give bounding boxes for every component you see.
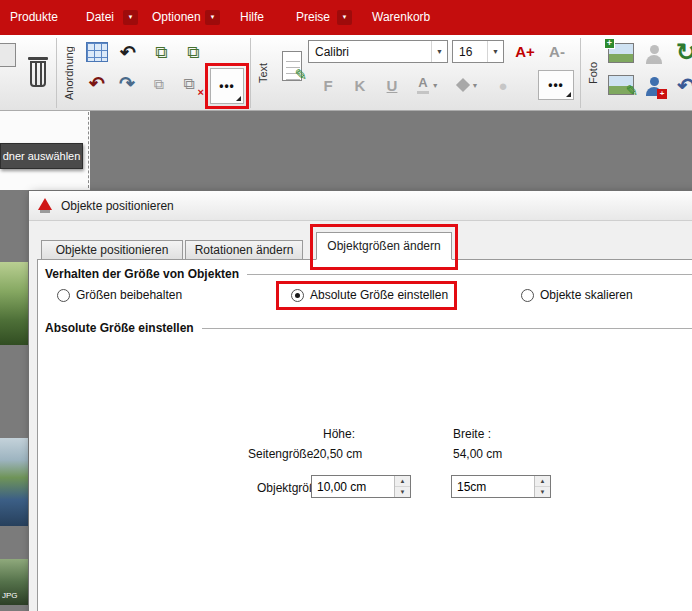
delete-trash-icon[interactable] <box>22 48 54 96</box>
object-width-value[interactable]: 15cm <box>452 480 534 494</box>
tab-objekte-positionieren[interactable]: Objekte positionieren <box>41 240 183 260</box>
table-grid-icon[interactable] <box>86 42 108 62</box>
font-increase-button[interactable]: A+ <box>510 38 540 64</box>
text-more-options-button[interactable]: ••• <box>538 70 574 100</box>
menu-warenkorb[interactable]: Warenkorb <box>372 0 430 35</box>
fill-color-button[interactable]: ▼ <box>450 72 486 98</box>
person-disabled-icon[interactable] <box>642 41 666 67</box>
section-label-foto: Foto <box>582 37 604 109</box>
radio-label: Objekte skalieren <box>540 288 633 302</box>
spin-down-icon[interactable]: ▼ <box>395 487 410 497</box>
rotate-right-icon[interactable]: ↷ <box>114 70 140 96</box>
radio-objekte-skalieren[interactable]: Objekte skalieren <box>521 288 633 302</box>
spin-up-icon[interactable]: ▲ <box>535 476 550 487</box>
menu-preise[interactable]: Preise <box>296 0 330 35</box>
chevron-down-icon[interactable]: ▼ <box>432 82 439 89</box>
rotate-glyph: ↻ <box>676 40 692 64</box>
radio-circle-selected-icon[interactable] <box>291 289 304 302</box>
spin-up-icon[interactable]: ▲ <box>395 476 410 487</box>
person-shape <box>645 45 663 64</box>
menu-datei-arrow-icon[interactable]: ▼ <box>123 10 138 25</box>
page-size-label: Seitengröße : <box>248 447 320 461</box>
copy-faded-glyph: ⧉ <box>154 77 164 91</box>
undo-photo-icon[interactable]: ↶ <box>672 71 692 99</box>
photo-thumbnail[interactable] <box>0 262 28 345</box>
corner-triangle-icon <box>236 96 241 101</box>
chevron-down-icon[interactable]: ▼ <box>472 82 479 89</box>
trash-shape <box>28 57 48 87</box>
thumbnail-filename-label: JPG <box>2 591 18 600</box>
object-width-input[interactable]: 15cm ▲ ▼ <box>451 475 551 498</box>
panel-splitter[interactable] <box>88 112 89 188</box>
page-height-value: 20,50 cm <box>313 447 362 461</box>
rotate-photo-icon[interactable]: ↻ <box>672 37 692 67</box>
choose-folder-button[interactable]: dner auswählen <box>0 143 83 169</box>
toolbar: Anordnung ↶ ⧉ ⧉ ↶ ↷ ⧉ ⧉ × ••• Text <box>0 35 692 111</box>
font-color-button[interactable]: A ▼ <box>410 72 446 98</box>
duplicate-backward-icon[interactable]: ⧉ <box>180 40 206 64</box>
menu-produkte[interactable]: Produkte <box>10 0 58 35</box>
edit-photo-icon[interactable]: ✎ <box>606 72 636 98</box>
more-dots-label: ••• <box>548 78 564 92</box>
dialog-titlebar[interactable]: Objekte positionieren <box>29 191 692 221</box>
duplicate-forward-icon[interactable]: ⧉ <box>148 40 174 64</box>
copy-disabled-icon[interactable]: ⧉ <box>148 74 170 94</box>
object-height-input[interactable]: 10,00 cm ▲ ▼ <box>311 475 411 498</box>
rotate-left-icon[interactable]: ↶ <box>84 70 110 96</box>
underline-button[interactable]: U <box>380 72 404 98</box>
remove-object-icon[interactable]: ⧉ × <box>176 72 202 96</box>
object-height-value[interactable]: 10,00 cm <box>312 480 394 494</box>
add-photo-icon[interactable]: + <box>606 40 636 66</box>
tab-rotationen-aendern[interactable]: Rotationen ändern <box>185 240 303 260</box>
plus-badge-icon: + <box>657 89 667 99</box>
radio-absolute-groesse-einstellen[interactable]: Absolute Größe einstellen <box>291 288 448 302</box>
group-header-verhalten: Verhalten der Größe von Objekten <box>45 267 692 281</box>
tab-objektgroessen-aendern[interactable]: Objektgrößen ändern <box>316 232 452 260</box>
italic-button[interactable]: K <box>348 72 372 98</box>
undo-icon[interactable]: ↶ <box>114 39 142 65</box>
fill-shape-icon <box>455 78 469 92</box>
undo-glyph: ↶ <box>120 43 136 62</box>
photo-thumbnail[interactable] <box>0 438 28 526</box>
insert-text-icon[interactable]: ✎ <box>278 46 306 86</box>
toolbar-separator <box>56 38 57 108</box>
font-color-letter: A <box>417 76 428 93</box>
shape-circle-icon[interactable]: ● <box>492 74 514 96</box>
plus-badge-icon: + <box>604 38 615 49</box>
menu-optionen[interactable]: Optionen <box>152 0 201 35</box>
radio-circle-icon[interactable] <box>57 289 70 302</box>
font-size-select[interactable]: 16 ▼ <box>452 40 504 63</box>
tab-label: Objekte positionieren <box>56 243 169 257</box>
bold-button[interactable]: F <box>316 72 340 98</box>
menu-hilfe[interactable]: Hilfe <box>240 0 264 35</box>
menu-optionen-arrow-icon[interactable]: ▼ <box>205 10 220 25</box>
person-shape: + <box>645 77 663 96</box>
tab-label: Rotationen ändern <box>195 243 294 257</box>
height-column-label: Höhe: <box>323 427 355 441</box>
radio-circle-icon[interactable] <box>521 289 534 302</box>
font-decrease-button[interactable]: A- <box>542 38 572 64</box>
width-column-label: Breite : <box>453 427 491 441</box>
font-size-value: 16 <box>453 45 487 59</box>
group-header-absolute-groesse: Absolute Größe einstellen <box>45 321 692 335</box>
toolbar-separator <box>250 38 251 108</box>
redo-glyph: ↷ <box>119 74 135 93</box>
arrange-more-options-button[interactable]: ••• <box>210 68 244 104</box>
copy-glyph: ⧉ <box>155 44 167 61</box>
paste-icon[interactable] <box>0 41 20 69</box>
font-family-select[interactable]: Calibri ▼ <box>308 40 448 63</box>
menu-datei[interactable]: Datei <box>86 0 114 35</box>
add-person-icon[interactable]: + <box>642 73 666 99</box>
menu-preise-arrow-icon[interactable]: ▼ <box>337 10 352 25</box>
chevron-down-icon[interactable]: ▼ <box>487 41 503 62</box>
font-increase-label: A+ <box>515 43 535 60</box>
menubar: Produkte Datei ▼ Optionen ▼ Hilfe Preise… <box>0 0 692 35</box>
pencil-icon: ✎ <box>625 82 638 100</box>
radio-groessen-beibehalten[interactable]: Größen beibehalten <box>57 288 182 302</box>
section-label-text: Text <box>252 37 274 109</box>
dialog-title: Objekte positionieren <box>61 199 174 213</box>
spin-down-icon[interactable]: ▼ <box>535 487 550 497</box>
toolbar-separator <box>580 38 581 108</box>
red-x-glyph: × <box>198 87 204 98</box>
chevron-down-icon[interactable]: ▼ <box>431 41 447 62</box>
